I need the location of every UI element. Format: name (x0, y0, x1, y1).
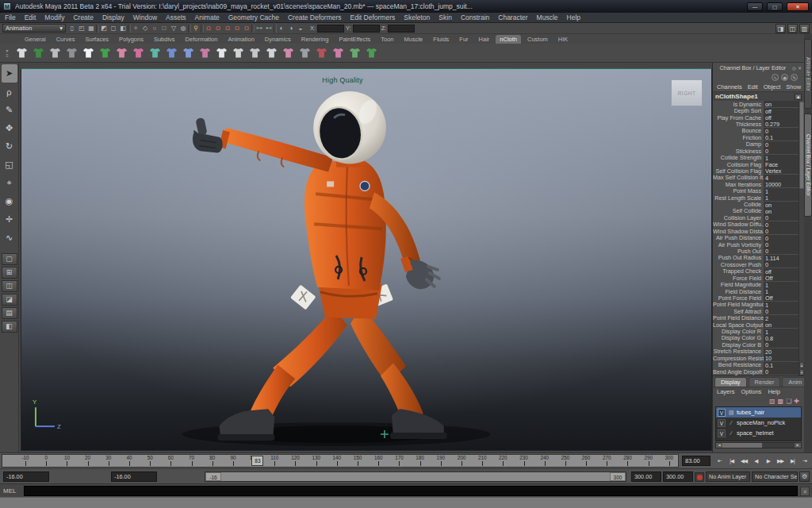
menu-item[interactable]: Modify (44, 13, 64, 21)
scroll-left-arrow[interactable]: ◀ (716, 443, 722, 448)
ncloth-local-simulate-icon[interactable] (348, 45, 362, 60)
select-hierarchy-icon[interactable]: ◩ (99, 24, 109, 33)
attribute-value-field[interactable]: 1 (764, 288, 799, 294)
render-settings-icon[interactable]: ◒ (296, 24, 305, 33)
channel-box-scrollbar[interactable]: ▲ ▼ (799, 101, 804, 375)
layer-mode-icon[interactable]: ▧ (769, 398, 776, 405)
attribute-value-field[interactable]: 0 (764, 128, 799, 134)
attribute-value-field[interactable]: 4 (764, 175, 799, 181)
universal-manipulator-tool[interactable]: ⌖ (2, 174, 17, 192)
menu-item[interactable]: Skin (439, 13, 452, 21)
shelf-tab[interactable]: Dynamics (261, 35, 295, 44)
shelf-tab[interactable]: Custom (523, 35, 552, 44)
channel-hyperbolic-icon[interactable]: ✎ (791, 74, 798, 81)
shelf-tab[interactable]: nCloth (496, 35, 521, 44)
move-tool[interactable]: ✥ (2, 119, 17, 137)
persp-graph-layout-button[interactable]: ◪ (2, 294, 17, 306)
attribute-value-field[interactable]: 1 (764, 282, 799, 288)
ncloth-pair-icon[interactable] (215, 45, 228, 60)
paint-select-tool[interactable]: ✎ (2, 101, 17, 119)
create-layer-assign-icon[interactable]: ✚ (794, 398, 799, 405)
shelf-tab[interactable]: Fluids (429, 35, 453, 44)
attribute-value-field[interactable]: 1 (764, 155, 799, 161)
save-scene-icon[interactable]: ▦ (86, 24, 96, 33)
show-manipulator-tool[interactable]: ✛ (2, 210, 17, 229)
layer-editor-menu[interactable]: Help (768, 388, 779, 395)
create-ncloth-icon[interactable] (15, 45, 29, 60)
current-frame-marker[interactable]: 83 (251, 456, 263, 466)
last-tool-used[interactable]: ∿ (2, 229, 17, 247)
scroll-right-arrow[interactable]: ▶ (795, 443, 801, 448)
ncloth-interactive-playback-icon[interactable] (365, 45, 378, 60)
layer-row[interactable]: V ∕ space_helmet (716, 428, 801, 438)
attribute-value-field[interactable]: on (764, 321, 799, 328)
layer-editor-tab[interactable]: Display (714, 377, 747, 387)
layer-editor-tab[interactable]: Render (749, 377, 781, 387)
menu-item[interactable]: Create Deformers (288, 13, 342, 21)
animation-start-field[interactable]: -16.00 (3, 471, 49, 482)
y-coordinate-input[interactable] (353, 25, 380, 33)
attribute-value-field[interactable]: 0 (764, 214, 799, 221)
menu-item[interactable]: Constrain (461, 13, 489, 21)
anim-layer-selector[interactable]: No Anim Layer (706, 471, 750, 482)
mask-joints-icon[interactable]: ◇ (140, 24, 150, 33)
attribute-value-field[interactable]: 0 (764, 308, 799, 314)
command-line-label[interactable]: MEL (3, 487, 22, 496)
lock-selection-icon[interactable]: ⚲ (191, 24, 201, 33)
time-ruler[interactable]: -100102030405060708090100110120130140150… (2, 454, 679, 468)
attribute-value-field[interactable]: 1 (764, 329, 799, 335)
shelf-tab[interactable]: Hair (475, 35, 494, 44)
ncloth-delete-history-icon[interactable] (315, 45, 328, 60)
menu-item[interactable]: Help (567, 13, 580, 21)
channel-medium-speed-icon[interactable]: ◉ (781, 74, 788, 81)
layer-row[interactable]: V ▨ tubes_hair (716, 407, 801, 418)
attribute-value-field[interactable]: 1 (764, 188, 799, 194)
attribute-value-field[interactable]: 0 (764, 235, 799, 241)
z-coordinate-input[interactable] (388, 25, 415, 33)
attribute-value-field[interactable]: 0.8 (764, 335, 799, 341)
menu-item[interactable]: Display (102, 13, 124, 21)
shelf-tab[interactable]: HIK (554, 35, 573, 44)
open-scene-icon[interactable]: ◰ (77, 24, 86, 33)
viewport-panel[interactable]: Y Z High Quality RIGHT (21, 68, 712, 451)
layer-editor-menu[interactable]: Layers (717, 388, 735, 395)
play-backwards-button[interactable]: ◀ (750, 455, 761, 467)
attribute-value-field[interactable]: 10000 (764, 181, 799, 187)
paint-vertex-properties-icon[interactable] (115, 45, 128, 60)
node-expand-icon[interactable]: ■ (795, 94, 802, 100)
persp-outliner-layout-button[interactable]: ◫ (2, 280, 17, 292)
attribute-value-field[interactable]: Vertex (764, 167, 799, 174)
attribute-value-field[interactable]: 1 (764, 194, 799, 201)
ncloth-stitch-icon[interactable] (148, 45, 162, 60)
nconstraint-point-icon[interactable] (165, 45, 178, 60)
paint-input-attract-icon[interactable] (331, 45, 345, 60)
shelf-tab[interactable]: Fur (455, 35, 472, 44)
toggle-tool-settings-button[interactable]: ◫ (787, 24, 798, 33)
persp-multi-layout-button[interactable]: ◧ (2, 321, 17, 333)
nucleus-icon[interactable] (98, 45, 112, 60)
layer-type-icon[interactable]: ▨ (727, 410, 735, 416)
channel-slow-speed-icon[interactable]: ∿ (772, 74, 779, 81)
shelf-tab[interactable]: General (21, 35, 50, 44)
mask-dynamics-icon[interactable]: ▽ (169, 24, 178, 33)
view-cube[interactable]: RIGHT (671, 79, 703, 106)
scrollbar-thumb[interactable] (722, 443, 762, 448)
attribute-value-field[interactable]: 2 (764, 315, 799, 321)
create-empty-layer-icon[interactable]: ▩ (778, 398, 784, 405)
layer-editor-menu[interactable]: Options (741, 388, 762, 395)
ncloth-display-icon[interactable] (48, 45, 62, 60)
select-object-icon[interactable]: ◻ (109, 24, 118, 33)
toggle-channel-box-button[interactable]: ▥ (799, 24, 810, 33)
shelf-tab[interactable]: PaintEffects (335, 35, 374, 44)
menu-item[interactable]: Edit (25, 13, 36, 21)
attribute-value-field[interactable]: 0 (764, 248, 799, 254)
attribute-value-field[interactable]: on (764, 202, 799, 208)
x-coordinate-input[interactable] (317, 25, 344, 33)
mask-handles-icon[interactable]: ✧ (131, 24, 140, 33)
menu-item[interactable]: Window (133, 13, 157, 21)
play-forwards-button[interactable]: ▶ (763, 455, 774, 467)
menu-item[interactable]: Character (498, 13, 527, 21)
layer-visibility-toggle[interactable]: V (718, 409, 726, 417)
range-end-handle[interactable]: 300 (610, 472, 626, 481)
attribute-value-field[interactable]: 0 (764, 368, 799, 375)
